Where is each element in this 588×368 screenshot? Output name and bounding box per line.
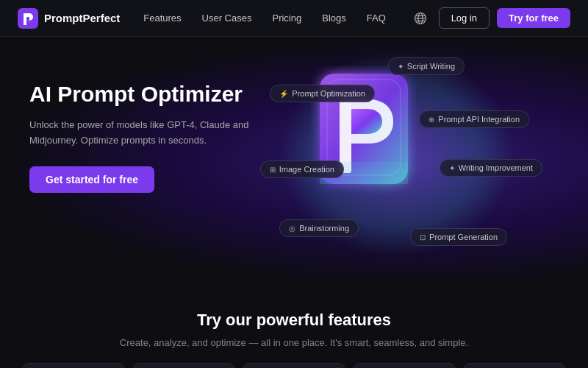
tag-image-label: Image Creation bbox=[279, 165, 334, 174]
navbar: PromptPerfect Features User Cases Pricin… bbox=[0, 0, 588, 37]
get-started-button[interactable]: Get started for free bbox=[29, 166, 154, 193]
tag-brainstorm-icon: ◎ bbox=[289, 224, 295, 233]
tag-generation-label: Prompt Generation bbox=[429, 233, 498, 241]
features-section: Try our powerful features Create, analyz… bbox=[0, 287, 588, 368]
tag-writing-icon: ✦ bbox=[449, 164, 455, 172]
tag-image-creation: ⊞ Image Creation bbox=[260, 160, 344, 178]
hero-title: AI Prompt Optimizer bbox=[29, 81, 250, 107]
language-button[interactable] bbox=[409, 7, 431, 29]
tag-script-writing: ✦ Script Writing bbox=[388, 57, 465, 75]
login-button[interactable]: Log in bbox=[439, 7, 490, 29]
feature-card-4 bbox=[353, 363, 456, 368]
nav-faq[interactable]: FAQ bbox=[367, 13, 386, 24]
nav-actions: Log in Try for free bbox=[409, 7, 570, 29]
tag-brainstorm-label: Brainstorming bbox=[299, 224, 349, 233]
tag-api-integration: ⊕ Prompt API Integration bbox=[419, 110, 529, 128]
tag-writing-label: Writing Improvement bbox=[459, 163, 533, 172]
hero-section: AI Prompt Optimizer Unlock the power of … bbox=[0, 37, 588, 287]
tag-prompt-opt-icon: ⚡ bbox=[279, 90, 288, 98]
logo-icon bbox=[18, 8, 38, 29]
tag-brainstorming: ◎ Brainstorming bbox=[279, 219, 359, 237]
nav-user-cases[interactable]: User Cases bbox=[202, 13, 252, 24]
logo[interactable]: PromptPerfect bbox=[18, 8, 120, 29]
hero-subtitle: Unlock the power of models like GPT-4, C… bbox=[29, 118, 250, 149]
svg-rect-1 bbox=[26, 17, 29, 21]
nav-blogs[interactable]: Blogs bbox=[322, 13, 346, 24]
tag-writing-improvement: ✦ Writing Improvement bbox=[440, 159, 542, 177]
features-section-subtitle: Create, analyze, and optimize — all in o… bbox=[15, 337, 573, 348]
nav-pricing[interactable]: Pricing bbox=[272, 13, 301, 24]
hero-content: AI Prompt Optimizer Unlock the power of … bbox=[29, 81, 250, 193]
features-section-title: Try our powerful features bbox=[15, 311, 573, 330]
tag-prompt-generation: ⊡ Prompt Generation bbox=[410, 228, 507, 246]
tag-script-label: Script Writing bbox=[407, 62, 455, 71]
features-card-strip bbox=[15, 363, 573, 368]
tag-generation-icon: ⊡ bbox=[420, 233, 426, 241]
tag-image-icon: ⊞ bbox=[270, 166, 276, 174]
tag-prompt-opt-label: Prompt Optimization bbox=[292, 89, 365, 98]
try-free-button[interactable]: Try for free bbox=[497, 8, 570, 28]
nav-links: Features User Cases Pricing Blogs FAQ bbox=[143, 13, 386, 24]
logo-text: PromptPerfect bbox=[44, 12, 120, 24]
tag-script-icon: ✦ bbox=[398, 63, 404, 71]
tag-prompt-optimization: ⚡ Prompt Optimization bbox=[270, 85, 375, 102]
feature-card-3 bbox=[243, 363, 345, 368]
feature-card-5 bbox=[463, 363, 566, 368]
feature-card-2 bbox=[132, 363, 235, 368]
feature-card-1 bbox=[22, 363, 125, 368]
tag-api-label: Prompt API Integration bbox=[438, 115, 520, 124]
globe-icon bbox=[414, 12, 427, 25]
tag-api-icon: ⊕ bbox=[429, 116, 434, 124]
nav-features[interactable]: Features bbox=[143, 13, 181, 24]
